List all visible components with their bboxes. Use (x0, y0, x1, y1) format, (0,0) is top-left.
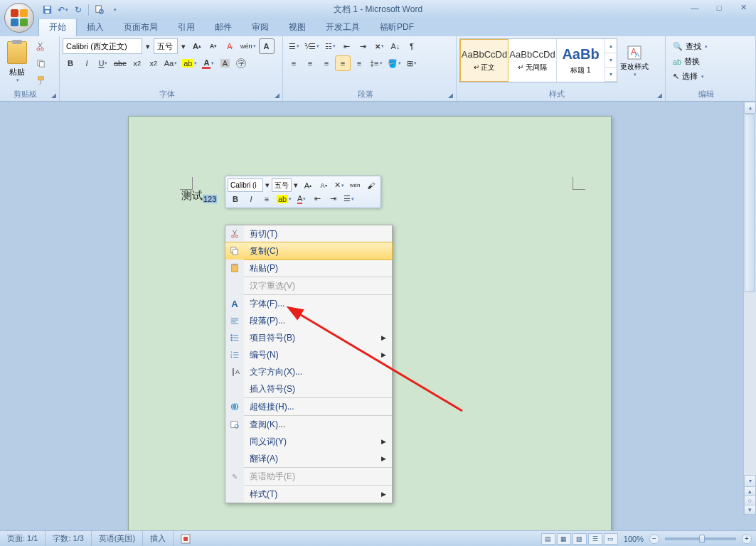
mini-bullets[interactable]: ☰▾ (341, 192, 356, 205)
shading-button[interactable]: 🪣▾ (385, 55, 403, 71)
font-size-dropdown[interactable]: ▾ (179, 38, 188, 54)
mini-font-size-dd[interactable]: ▾ (292, 178, 300, 192)
highlight-button[interactable]: ab▾ (180, 55, 199, 71)
status-insert-mode[interactable]: 插入 (143, 531, 174, 546)
status-language[interactable]: 英语(美国) (92, 531, 143, 546)
align-left-button[interactable]: ≡ (286, 55, 302, 71)
mini-font-size[interactable] (272, 178, 292, 192)
scroll-thumb[interactable] (745, 114, 755, 292)
decrease-indent-button[interactable]: ⇤ (339, 38, 354, 54)
browse-object-button[interactable]: ○ (744, 496, 756, 505)
mini-shrink-font[interactable]: A▾ (316, 178, 331, 192)
font-family-input[interactable] (63, 38, 142, 54)
ctx-item-17[interactable]: 翻译(A)▶ (225, 450, 392, 467)
mini-format-painter[interactable]: 🖌 (363, 178, 378, 192)
next-page-button[interactable]: ▾ (744, 505, 756, 515)
asian-layout-button[interactable]: ✕▾ (371, 38, 387, 54)
scroll-down-button[interactable]: ▾ (744, 475, 756, 487)
vertical-scrollbar[interactable]: ▴ ▾ ▴ ○ ▾ (743, 102, 756, 515)
tab-0[interactable]: 开始 (38, 18, 77, 36)
copy-button[interactable] (33, 55, 48, 71)
cut-button[interactable] (33, 38, 48, 54)
ctx-item-2[interactable]: 粘贴(P) (225, 259, 392, 277)
zoom-percent[interactable]: 100% (624, 535, 644, 543)
status-page[interactable]: 页面: 1/1 (0, 531, 46, 546)
scroll-up-button[interactable]: ▴ (744, 102, 756, 114)
draft-view[interactable]: ▭ (604, 533, 618, 545)
format-painter-button[interactable] (33, 73, 48, 88)
fullscreen-view[interactable]: ▦ (557, 533, 571, 545)
distribute-button[interactable]: ≡ (351, 55, 367, 71)
undo-icon[interactable]: ↶▾ (55, 3, 70, 17)
tab-1[interactable]: 插入 (77, 18, 114, 36)
strike-button[interactable]: abc (112, 55, 129, 71)
ctx-item-16[interactable]: 同义词(Y)▶ (225, 433, 392, 450)
style-gallery[interactable]: AaBbCcDd↵ 正文AaBbCcDd↵ 无间隔AaBb标题 1▴▾▾ (459, 38, 617, 82)
mini-inc-indent[interactable]: ⇥ (325, 192, 341, 205)
maximize-button[interactable]: □ (709, 1, 729, 14)
paragraph-dialog-launcher[interactable]: ◢ (446, 91, 454, 100)
ctx-item-9[interactable]: 123编号(N)▶ (225, 346, 392, 363)
mini-font-family-dd[interactable]: ▾ (263, 178, 272, 192)
style-item-0[interactable]: AaBbCcDd↵ 正文 (460, 39, 509, 82)
tab-3[interactable]: 引用 (168, 18, 205, 36)
borders-button[interactable]: ⊞▾ (404, 55, 420, 71)
font-family-dropdown[interactable]: ▾ (143, 38, 153, 54)
style-item-2[interactable]: AaBb标题 1 (557, 39, 605, 82)
office-button[interactable] (4, 3, 34, 33)
align-right-button[interactable]: ≡ (319, 55, 334, 71)
mini-highlight[interactable]: ab▾ (275, 192, 294, 205)
tab-5[interactable]: 审阅 (242, 18, 279, 36)
style-scroll-2[interactable]: ▾ (605, 68, 617, 82)
clear-format-button[interactable]: A̶ (222, 38, 238, 54)
multilevel-button[interactable]: ☷▾ (322, 38, 338, 54)
sort-button[interactable]: A↓ (388, 38, 403, 54)
char-shading-button[interactable]: A (217, 55, 233, 71)
char-border-button[interactable]: A (259, 38, 275, 54)
font-size-input[interactable] (154, 38, 178, 54)
mini-bold[interactable]: B (228, 192, 243, 205)
replace-button[interactable]: ab替换 (670, 55, 751, 68)
mini-phonetic[interactable]: wén (347, 178, 363, 192)
ctx-item-13[interactable]: 超链接(H)... (225, 398, 392, 415)
tab-2[interactable]: 页面布局 (114, 18, 168, 36)
find-button[interactable]: 🔍查找▾ (670, 40, 751, 53)
prev-page-button[interactable]: ▴ (744, 486, 756, 496)
underline-button[interactable]: U▾ (95, 55, 111, 71)
align-center-button[interactable]: ≡ (302, 55, 318, 71)
style-item-1[interactable]: AaBbCcDd↵ 无间隔 (509, 39, 557, 82)
font-dialog-launcher[interactable]: ◢ (272, 91, 281, 100)
italic-button[interactable]: I (79, 55, 95, 71)
ctx-item-11[interactable]: 插入符号(S) (225, 380, 392, 397)
tab-8[interactable]: 福昕PDF (370, 18, 424, 36)
mini-asian-button[interactable]: ✕▾ (331, 178, 347, 192)
status-macro-icon[interactable] (174, 531, 198, 546)
mini-font-family[interactable] (228, 178, 263, 192)
zoom-slider[interactable] (665, 537, 736, 540)
styles-dialog-launcher[interactable]: ◢ (655, 91, 664, 100)
mini-dec-indent[interactable]: ⇤ (309, 192, 325, 205)
ctx-item-15[interactable]: 查阅(K)... (225, 416, 392, 433)
ctx-item-8[interactable]: 项目符号(B)▶ (225, 329, 392, 346)
ctx-item-7[interactable]: 段落(P)... (225, 312, 392, 329)
print-preview-icon[interactable] (92, 3, 106, 17)
increase-indent-button[interactable]: ⇥ (355, 38, 371, 54)
outline-view[interactable]: ☰ (588, 533, 602, 545)
shrink-font-button[interactable]: A▾ (206, 38, 221, 54)
zoom-out-button[interactable]: − (649, 534, 659, 544)
qat-customize-icon[interactable]: ▾ (107, 3, 122, 17)
change-styles-button[interactable]: AA 更改样式 ▾ (620, 38, 649, 82)
change-case-button[interactable]: Aa▾ (162, 55, 179, 71)
close-button[interactable]: ✕ (733, 1, 753, 14)
style-scroll-0[interactable]: ▴ (605, 39, 617, 53)
status-words[interactable]: 字数: 1/3 (46, 531, 91, 546)
line-spacing-button[interactable]: ‡≡▾ (368, 55, 385, 71)
redo-icon[interactable]: ↻ (71, 3, 85, 17)
clipboard-dialog-launcher[interactable]: ◢ (49, 91, 58, 100)
ctx-item-21[interactable]: 样式(T)▶ (225, 486, 392, 503)
select-button[interactable]: ↖选择▾ (670, 70, 751, 83)
mini-center[interactable]: ≡ (259, 192, 275, 205)
save-icon[interactable] (40, 3, 54, 17)
justify-button[interactable]: ≡ (335, 55, 351, 71)
print-layout-view[interactable]: ▤ (541, 533, 555, 545)
